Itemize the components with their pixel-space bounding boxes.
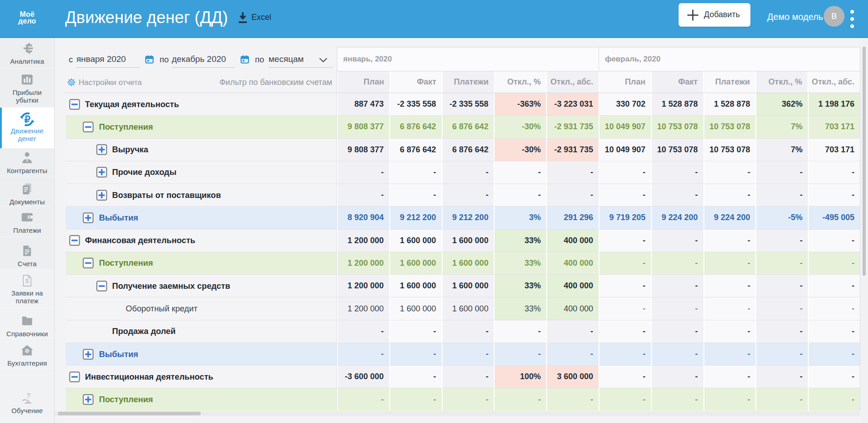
svg-text:?: ?	[27, 392, 31, 399]
svg-text:₽: ₽	[24, 114, 31, 125]
svg-text:$: $	[26, 278, 29, 284]
